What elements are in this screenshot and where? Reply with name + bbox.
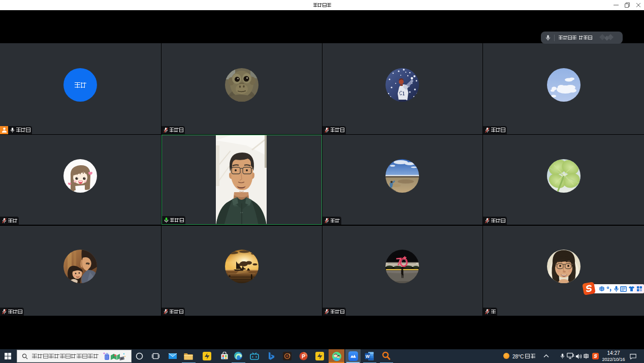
svg-text:P: P [302,353,305,359]
svg-text:W: W [366,354,370,359]
